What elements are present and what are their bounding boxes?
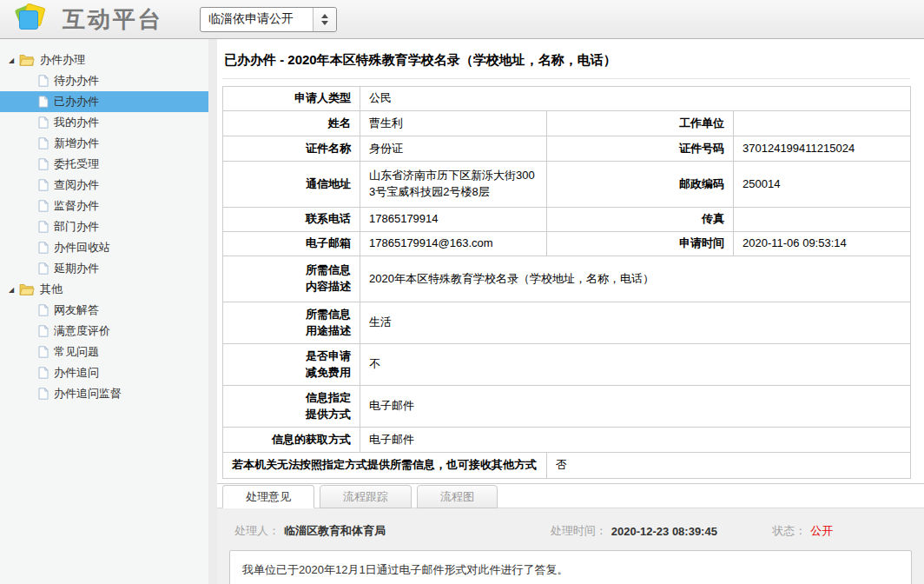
field-label: 电子邮箱 [223,232,360,256]
sidebar-item-new-item[interactable]: 新增办件 [0,133,208,154]
sidebar-item-followup[interactable]: 办件追问 [0,362,208,383]
sidebar-item-delayed-items[interactable]: 延期办件 [0,258,208,279]
reply-text-box: 我单位已于2020年12月1日通过电子邮件形式对此件进行了答复。 [229,550,912,584]
status-label: 状态： [772,523,806,539]
field-label: 若本机关无法按照指定方式提供所需信息，也可接收其他方式 [223,453,547,479]
file-icon [38,179,49,191]
file-icon [38,137,49,149]
field-value: 370124199411215024 [734,136,911,162]
field-value: 电子邮件 [360,386,911,428]
field-value: 生活 [360,302,911,344]
field-label: 通信地址 [223,162,360,208]
table-row: 所需信息 用途描述 生活 [223,302,911,344]
file-icon [38,96,49,108]
sidebar-folder-other[interactable]: ◢ 其他 [0,279,208,300]
sidebar-item-recycle-bin[interactable]: 办件回收站 [0,237,208,258]
field-label: 所需信息 内容描述 [223,256,360,302]
detail-tabs: 处理意见 流程跟踪 流程图 [217,483,924,508]
field-value: 17865179914@163.com [360,232,547,256]
field-label: 传真 [547,208,734,232]
table-row: 信息指定 提供方式 电子邮件 [223,386,911,428]
sidebar-item-entrusted-acceptance[interactable]: 委托受理 [0,154,208,175]
table-row: 是否申请 减免费用 不 [223,344,911,386]
file-icon [38,325,49,337]
process-time-label: 处理时间： [551,523,607,539]
file-icon [38,116,49,129]
table-row: 联系电话 17865179914 传真 [223,208,911,232]
field-value: 2020年本区特殊教育学校名录（学校地址，名称，电话） [360,256,911,302]
main-content: 已办办件 - 2020年本区特殊教育学校名录（学校地址，名称，电话） 申请人类型… [217,39,924,584]
file-icon [38,304,49,316]
sidebar-item-supervised-items[interactable]: 监督办件 [0,196,208,216]
field-value: 250014 [734,162,911,208]
field-value: 山东省济南市历下区新泺大街3003号宝威科技园2号楼8层 [360,162,547,208]
sidebar-item-followup-supervision[interactable]: 办件追问监督 [0,383,208,404]
table-row: 姓名 曹生利 工作单位 [223,111,911,136]
sidebar-item-review-items[interactable]: 查阅办件 [0,175,208,196]
file-icon [38,346,49,358]
field-label: 信息指定 提供方式 [223,386,360,428]
select-spinner-icon[interactable] [313,8,336,31]
table-row: 通信地址 山东省济南市历下区新泺大街3003号宝威科技园2号楼8层 邮政编码 2… [223,162,911,208]
field-label: 所需信息 用途描述 [223,302,360,344]
field-label: 工作单位 [547,111,734,136]
handler-name: 临淄区教育和体育局 [284,523,386,539]
field-value [734,208,911,232]
field-value: 电子邮件 [360,428,911,453]
table-row: 申请人类型 公民 [223,87,911,111]
sidebar-item-todo-items[interactable]: 待办办件 [0,70,208,91]
sidebar-item-faq[interactable]: 常见问题 [0,342,208,362]
tab-process-tracking[interactable]: 流程跟踪 [320,485,412,508]
file-icon [38,200,49,212]
folder-icon [19,54,35,66]
sidebar-nav: ◢ 办件办理 待办办件 已办办件 我的办件 新增办件 委托受理 查阅办件 [0,39,208,584]
file-icon [38,242,49,254]
process-opinion-panel: 处理人： 临淄区教育和体育局 处理时间： 2020-12-23 08:39:45… [217,508,924,584]
sidebar-item-my-items[interactable]: 我的办件 [0,112,208,133]
tab-flow-chart[interactable]: 流程图 [417,485,498,508]
tree-expand-icon[interactable]: ◢ [9,286,19,294]
handler-label: 处理人： [234,523,280,539]
field-value: 17865179914 [360,208,547,232]
field-value: 曹生利 [360,111,547,136]
field-value [734,111,911,136]
file-icon [38,388,49,400]
table-row: 所需信息 内容描述 2020年本区特殊教育学校名录（学校地址，名称，电话） [223,256,911,302]
table-row: 证件名称 身份证 证件号码 370124199411215024 [223,136,911,162]
app-logo-icon [14,3,50,35]
file-icon [38,75,49,87]
folder-icon [19,283,35,295]
field-label: 申请时间 [547,232,734,256]
field-label: 邮政编码 [547,162,734,208]
field-value: 否 [547,453,911,479]
table-row: 信息的获取方式 电子邮件 [223,428,911,453]
sidebar-item-department-items[interactable]: 部门办件 [0,216,208,237]
sidebar-item-satisfaction-rating[interactable]: 满意度评价 [0,321,208,342]
page-title: 已办办件 - 2020年本区特殊教育学校名录（学校地址，名称，电话） [222,39,910,79]
file-icon [38,221,49,233]
site-select-value: 临淄依申请公开 [201,8,313,31]
field-label: 是否申请 减免费用 [223,344,360,386]
file-icon [38,262,49,275]
status-badge: 公开 [810,523,833,539]
tree-expand-icon[interactable]: ◢ [9,56,19,64]
file-icon [38,367,49,379]
file-icon [38,158,49,170]
site-select[interactable]: 临淄依申请公开 [200,7,337,32]
field-value: 身份证 [360,136,547,162]
field-value: 公民 [360,87,911,111]
sidebar-item-netizen-answers[interactable]: 网友解答 [0,300,208,321]
app-title: 互动平台 [63,4,163,35]
field-label: 联系电话 [223,208,360,232]
sidebar-divider [208,39,217,584]
field-label: 申请人类型 [223,87,360,111]
application-detail-table: 申请人类型 公民 姓名 曹生利 工作单位 证件名称 身份证 证件号码 37012… [222,86,911,479]
field-label: 证件名称 [223,136,360,162]
sidebar-folder-item-handling[interactable]: ◢ 办件办理 [0,50,208,70]
sidebar-item-done-items[interactable]: 已办办件 [0,91,208,112]
field-label: 姓名 [223,111,360,136]
process-time: 2020-12-23 08:39:45 [611,525,717,538]
tab-process-opinion[interactable]: 处理意见 [222,485,314,508]
process-info-row: 处理人： 临淄区教育和体育局 处理时间： 2020-12-23 08:39:45… [217,523,924,550]
table-row: 若本机关无法按照指定方式提供所需信息，也可接收其他方式 否 [223,453,911,479]
